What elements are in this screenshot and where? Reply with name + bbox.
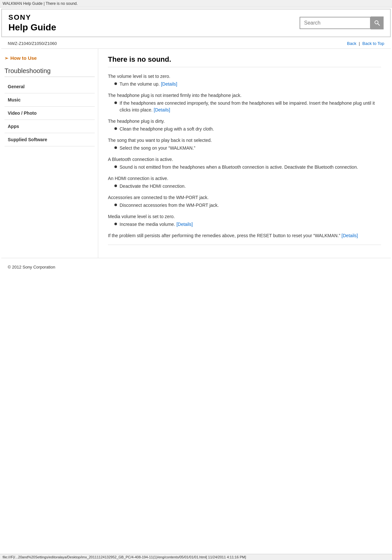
issue-bullet-text-4-1: Select the song on your “WALKMAN.” [120, 145, 195, 151]
troubleshooting-heading: Troubleshooting [5, 67, 95, 77]
breadcrumb-model: NWZ-Z1040/Z1050/Z1060 [8, 41, 57, 46]
issue-block-9: If the problem still persists after perf… [108, 233, 381, 238]
browser-title-bar: WALKMAN Help Guide | There is no sound. [0, 0, 392, 7]
bullet-dot [114, 146, 117, 149]
nav-links: Back | Back to Top [347, 41, 384, 46]
sidebar-item-apps[interactable]: Apps [5, 120, 95, 133]
issue-block-5: A Bluetooth connection is active. Sound … [108, 157, 381, 171]
help-guide-title: Help Guide [8, 22, 56, 33]
issue-block-2: The headphone plug is not inserted firml… [108, 93, 381, 113]
details-link-8-1[interactable]: [Details] [176, 222, 193, 227]
search-icon [374, 20, 380, 26]
sidebar-item-general[interactable]: General [5, 80, 95, 93]
sony-logo: SONY [8, 13, 56, 22]
issue-label-2: The headphone plug is not inserted firml… [108, 93, 381, 98]
issue-block-3: The headphone plug is dirty. Clean the h… [108, 119, 381, 132]
issue-label-7: Accessories are connected to the WM-PORT… [108, 195, 381, 200]
issue-block-7: Accessories are connected to the WM-PORT… [108, 195, 381, 209]
issue-block-1: The volume level is set to zero. Turn th… [108, 74, 381, 88]
chevron-right-icon: ➣ [5, 56, 8, 61]
issue-bullet-4-1: Select the song on your “WALKMAN.” [114, 145, 381, 152]
svg-line-1 [378, 24, 380, 26]
issue-label-8: Media volume level is set to zero. [108, 214, 381, 219]
details-link-9[interactable]: [Details] [342, 233, 358, 238]
search-button[interactable] [371, 16, 384, 29]
browser-title-text: WALKMAN Help Guide | There is no sound. [3, 1, 78, 6]
bullet-dot [114, 101, 117, 104]
page-title: There is no sound. [108, 55, 381, 67]
bullet-dot [114, 127, 117, 130]
breadcrumb-bar: NWZ-Z1040/Z1050/Z1060 Back | Back to Top [1, 38, 391, 49]
issue-label-1: The volume level is set to zero. [108, 74, 381, 79]
issue-bullet-8-1: Increase the media volume. [Details] [114, 221, 381, 228]
issue-bullet-text-3-1: Clean the headphone plug with a soft dry… [120, 126, 214, 132]
issue-bullet-3-1: Clean the headphone plug with a soft dry… [114, 126, 381, 132]
bullet-dot [114, 204, 117, 206]
main-container: ➣ How to Use Troubleshooting General Mus… [1, 49, 391, 258]
details-link-1-1[interactable]: [Details] [161, 81, 177, 87]
bullet-dot [114, 165, 117, 168]
issue-label-6: An HDMI connection is active. [108, 176, 381, 181]
issue-bullet-7-1: Disconnect accessories from the WM-PORT … [114, 202, 381, 209]
issue-bullet-text-8-1: Increase the media volume. [120, 222, 176, 227]
nav-separator: | [359, 41, 360, 46]
search-input[interactable] [300, 17, 371, 29]
issue-bullet-6-1: Deactivate the HDMI connection. [114, 183, 381, 190]
bullet-dot [114, 223, 117, 225]
issue-label-4: The song that you want to play back is n… [108, 138, 381, 143]
how-to-use-label: How to Use [10, 55, 37, 61]
issue-bullet-text-7-1: Disconnect accessories from the WM-PORT … [120, 203, 219, 208]
issue-block-8: Media volume level is set to zero. Incre… [108, 214, 381, 228]
bullet-dot [114, 185, 117, 187]
how-to-use-link[interactable]: ➣ How to Use [5, 55, 95, 61]
sidebar-item-music[interactable]: Music [5, 93, 95, 107]
issue-bullet-2-1: If the headphones are connected improper… [114, 100, 381, 113]
header: SONY Help Guide [1, 9, 391, 37]
header-left: SONY Help Guide [8, 13, 56, 33]
details-link-2-1[interactable]: [Details] [154, 107, 170, 112]
issue-label-3: The headphone plug is dirty. [108, 119, 381, 124]
back-link[interactable]: Back [347, 41, 356, 46]
back-to-top-link[interactable]: Back to Top [362, 41, 384, 46]
issue-block-4: The song that you want to play back is n… [108, 138, 381, 152]
bullet-dot [114, 82, 117, 85]
copyright: © 2012 Sony Corporation [8, 265, 55, 269]
issue-bullet-text-5-1: Sound is not emitted from the headphones… [120, 164, 358, 170]
issue-bullet-5-1: Sound is not emitted from the headphones… [114, 164, 381, 171]
issue-label-5: A Bluetooth connection is active. [108, 157, 381, 162]
sidebar: ➣ How to Use Troubleshooting General Mus… [1, 49, 98, 258]
issue-bullet-text-6-1: Deactivate the HDMI connection. [120, 184, 186, 189]
content-area: There is no sound. The volume level is s… [98, 49, 391, 258]
search-area [300, 16, 384, 29]
issue-bullet-1-1: Turn the volume up. [Details] [114, 81, 381, 88]
issue-block-6: An HDMI connection is active. Deactivate… [108, 176, 381, 190]
sidebar-item-video-photo[interactable]: Video / Photo [5, 107, 95, 120]
issue-label-9: If the problem still persists after perf… [108, 233, 381, 238]
content-divider [108, 245, 381, 245]
issue-bullet-text-1-1: Turn the volume up. [120, 81, 161, 87]
sidebar-item-supplied-software[interactable]: Supplied Software [5, 133, 95, 146]
footer: © 2012 Sony Corporation [1, 258, 391, 276]
svg-point-0 [375, 21, 378, 24]
